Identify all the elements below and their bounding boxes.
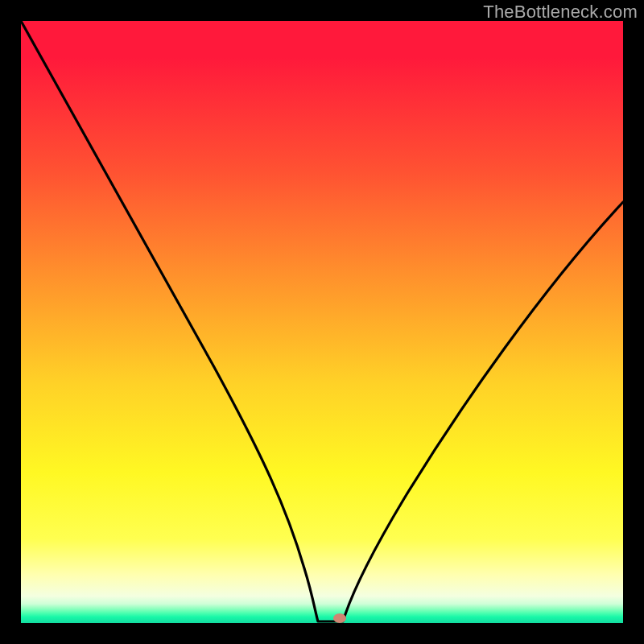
chart-plot-area [21,21,623,623]
chart-frame: TheBottleneck.com [0,0,644,644]
watermark-text: TheBottleneck.com [483,2,638,23]
chart-curve [21,21,623,623]
bottleneck-curve-path [21,21,623,621]
optimal-point-marker [333,613,346,623]
